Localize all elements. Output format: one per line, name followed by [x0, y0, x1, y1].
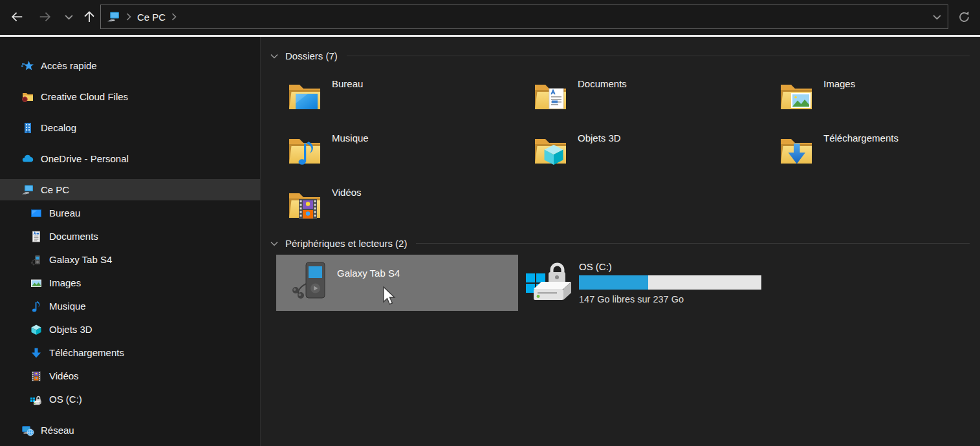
folder-tile-label: Téléchargements — [823, 125, 898, 176]
sidebar-item-decalog[interactable]: Decalog — [0, 117, 260, 138]
sidebar-item-label: Creative Cloud Files — [41, 91, 128, 102]
sidebar-item-label: OneDrive - Personal — [41, 153, 129, 164]
sidebar-item-reseau[interactable]: Réseau — [0, 419, 260, 441]
sidebar-item-label: Documents — [49, 231, 98, 242]
folder-tile-label: Vidéos — [332, 179, 362, 231]
chevron-down-icon — [933, 14, 941, 20]
folder-videos-icon — [287, 186, 323, 224]
sidebar-item-label: Images — [49, 277, 81, 288]
computer-icon — [21, 184, 34, 196]
sidebar-item-quick-access[interactable]: Accès rapide — [0, 55, 260, 76]
navigation-pane: Accès rapide Creative Cloud Files Decalo… — [0, 37, 261, 446]
folder-documents-icon — [532, 77, 569, 116]
refresh-icon — [957, 10, 971, 24]
chevron-down-icon[interactable] — [270, 239, 279, 248]
building-icon — [21, 122, 34, 134]
folder-tile-label: Images — [823, 70, 855, 122]
sidebar-item-videos[interactable]: Vidéos — [0, 365, 260, 387]
download-arrow-icon — [30, 346, 43, 359]
folder-pictures-icon — [778, 77, 814, 116]
section-divider — [347, 56, 970, 56]
hard-drive-lock-icon — [525, 257, 574, 307]
section-divider — [416, 243, 970, 244]
recent-locations-button[interactable] — [60, 0, 78, 34]
back-arrow-icon — [8, 10, 25, 24]
sidebar-item-os-c[interactable]: OS (C:) — [0, 388, 260, 410]
folder-downloads-icon — [778, 131, 814, 170]
drive-info: OS (C:) 147 Go libres sur 237 Go — [579, 255, 761, 311]
sidebar-item-galaxy-tab-s4[interactable]: Galaxy Tab S4 — [0, 249, 260, 270]
file-explorer-window: { "breadcrumb": { "location": "Ce PC" },… — [0, 0, 980, 446]
refresh-button[interactable] — [950, 5, 977, 29]
folder-tile-documents[interactable]: Documents — [522, 70, 764, 122]
folder-tile-label: Objets 3D — [578, 125, 621, 176]
sidebar-item-images[interactable]: Images — [0, 272, 260, 293]
creative-cloud-folder-icon — [21, 90, 34, 103]
cube-icon — [30, 323, 43, 336]
forward-arrow-icon — [37, 10, 54, 24]
computer-icon — [107, 10, 120, 24]
section-header-devices: Périphériques et lecteurs (2) — [268, 233, 970, 253]
folder-music-icon — [287, 131, 323, 170]
hard-drive-icon — [30, 393, 43, 406]
sidebar-item-label: OS (C:) — [49, 394, 82, 405]
sidebar-item-label: Decalog — [41, 122, 76, 133]
folder-tile-label: Musique — [332, 125, 369, 176]
folder-tile-objets-3d[interactable]: Objets 3D — [522, 125, 764, 176]
folder-tile-musique[interactable]: Musique — [276, 125, 518, 176]
section-title: Dossiers (7) — [285, 50, 338, 61]
folder-tile-label: Bureau — [332, 70, 363, 122]
devices-grid: Galaxy Tab S4 OS (C:) — [276, 255, 970, 311]
sidebar-item-label: Ce PC — [41, 184, 69, 195]
document-icon — [30, 230, 43, 243]
chevron-down-icon[interactable] — [270, 52, 279, 61]
drive-tile-os-c[interactable]: OS (C:) 147 Go libres sur 237 Go — [522, 255, 764, 311]
forward-button[interactable] — [32, 0, 58, 34]
address-bar[interactable]: Ce PC — [100, 5, 948, 29]
address-dropdown-button[interactable] — [926, 5, 948, 28]
up-arrow-icon — [82, 9, 97, 25]
disk-usage-fill — [579, 275, 648, 290]
media-player-icon — [290, 259, 328, 306]
desktop-icon — [30, 207, 43, 220]
sidebar-item-label: Téléchargements — [49, 347, 124, 358]
section-title: Périphériques et lecteurs (2) — [285, 238, 407, 249]
disk-usage-bar — [579, 275, 761, 290]
breadcrumb-location[interactable]: Ce PC — [137, 12, 166, 23]
sidebar-item-objets-3d[interactable]: Objets 3D — [0, 319, 260, 340]
folders-grid: Bureau Documents Images Musique Objets 3 — [276, 70, 970, 233]
media-player-icon — [30, 253, 43, 266]
mouse-cursor — [383, 286, 396, 306]
folder-tile-videos[interactable]: Vidéos — [276, 179, 518, 231]
folder-tile-images[interactable]: Images — [768, 70, 980, 122]
picture-icon — [30, 277, 43, 290]
chevron-down-icon — [65, 14, 73, 20]
folder-tile-bureau[interactable]: Bureau — [276, 70, 518, 122]
device-tile-galaxy-tab-s4[interactable]: Galaxy Tab S4 — [276, 255, 518, 311]
sidebar-item-label: Vidéos — [49, 370, 79, 381]
sidebar-item-onedrive[interactable]: OneDrive - Personal — [0, 148, 260, 169]
chevron-right-icon[interactable] — [171, 13, 177, 21]
sidebar-item-label: Réseau — [41, 425, 74, 436]
toolbar: Ce PC — [0, 0, 980, 37]
sidebar-item-musique[interactable]: Musique — [0, 295, 260, 317]
up-button[interactable] — [78, 0, 101, 34]
sidebar-item-label: Objets 3D — [49, 324, 93, 335]
breadcrumb: Ce PC — [107, 10, 177, 24]
folder-tile-telechargements[interactable]: Téléchargements — [768, 125, 980, 176]
sidebar-item-label: Bureau — [49, 207, 80, 218]
folder-3d-objects-icon — [532, 131, 569, 170]
quick-access-star-icon — [21, 59, 34, 72]
sidebar-item-creative-cloud-files[interactable]: Creative Cloud Files — [0, 86, 260, 107]
music-note-icon — [30, 300, 43, 313]
sidebar-item-telechargements[interactable]: Téléchargements — [0, 342, 260, 363]
sidebar-item-ce-pc[interactable]: Ce PC — [0, 179, 260, 200]
folder-tile-label: Documents — [578, 70, 627, 122]
sidebar-item-label: Musique — [49, 301, 86, 312]
chevron-right-icon[interactable] — [126, 13, 131, 21]
sidebar-item-documents[interactable]: Documents — [0, 226, 260, 247]
sidebar-item-bureau[interactable]: Bureau — [0, 202, 260, 224]
drive-usage-text: 147 Go libres sur 237 Go — [579, 294, 761, 304]
sidebar-item-label: Accès rapide — [41, 60, 97, 71]
back-button[interactable] — [4, 0, 30, 34]
